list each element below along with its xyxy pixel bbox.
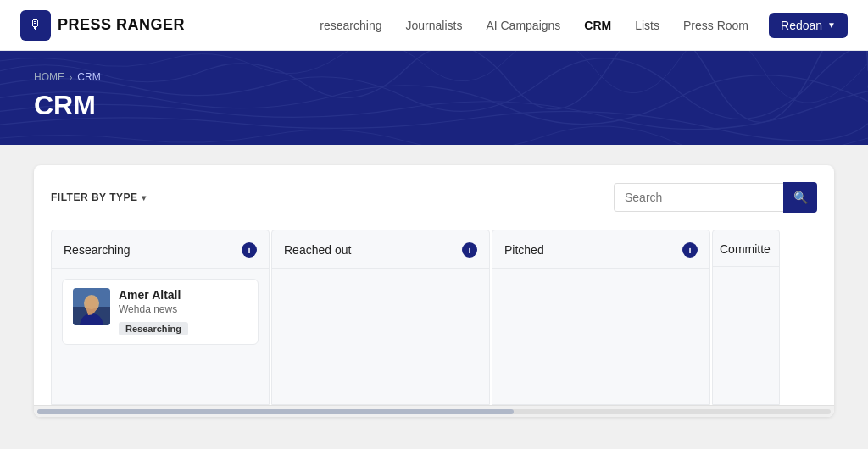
logo: 🎙 PRESS RANGER — [20, 10, 185, 41]
chevron-down-icon: ▼ — [827, 20, 836, 30]
breadcrumb-separator: › — [70, 73, 72, 82]
main-content: FILTER BY TYPE ▾ 🔍 Researching i — [0, 145, 868, 437]
svg-point-4 — [86, 297, 97, 308]
col-body-committed — [713, 267, 779, 402]
user-menu-button[interactable]: Redoan ▼ — [769, 13, 848, 38]
breadcrumb-current: CRM — [77, 71, 100, 83]
kanban-scroll[interactable]: Researching i — [34, 230, 834, 405]
col-info-reached-out[interactable]: i — [462, 242, 477, 258]
card-name: Amer Altall — [119, 288, 248, 302]
col-info-researching[interactable]: i — [242, 242, 257, 258]
card-org: Wehda news — [119, 303, 248, 315]
scrollbar-thumb[interactable] — [37, 409, 514, 414]
kanban-col-researching: Researching i — [51, 230, 270, 405]
kanban-col-reached-out: Reached out i — [271, 230, 490, 405]
horizontal-scrollbar[interactable] — [34, 405, 834, 417]
nav-ai-campaigns[interactable]: AI Campaigns — [486, 19, 560, 32]
card-badge: Researching — [119, 322, 188, 335]
col-header-reached-out: Reached out i — [272, 230, 489, 269]
card-info: Amer Altall Wehda news Researching — [119, 288, 248, 335]
hero-banner: HOME › CRM CRM — [0, 51, 868, 145]
nav-lists[interactable]: Lists — [635, 19, 659, 32]
user-name: Redoan — [781, 19, 822, 32]
col-info-pitched[interactable]: i — [682, 242, 698, 258]
search-box: 🔍 — [614, 182, 817, 213]
col-title-researching: Researching — [64, 243, 131, 257]
card-avatar — [73, 288, 110, 325]
scrollbar-track — [37, 409, 831, 414]
navbar: 🎙 PRESS RANGER researching Journalists A… — [0, 0, 868, 51]
search-button[interactable]: 🔍 — [783, 182, 817, 213]
filter-caret-icon: ▾ — [142, 193, 147, 202]
search-input[interactable] — [614, 183, 783, 212]
nav-publishers[interactable]: researching — [320, 19, 381, 32]
col-title-committed: Committe — [720, 242, 771, 256]
col-header-committed: Committe — [713, 230, 779, 267]
logo-icon: 🎙 — [20, 10, 51, 41]
col-header-pitched: Pitched i — [492, 230, 709, 269]
board-container: FILTER BY TYPE ▾ 🔍 Researching i — [34, 165, 834, 417]
filter-by-type-button[interactable]: FILTER BY TYPE ▾ — [51, 191, 146, 203]
search-icon: 🔍 — [793, 191, 808, 204]
logo-text: PRESS RANGER — [58, 16, 185, 34]
col-body-reached-out — [272, 269, 489, 404]
page-title: CRM — [34, 90, 834, 121]
kanban-card-amer-altall[interactable]: Amer Altall Wehda news Researching — [62, 279, 259, 345]
kanban-col-pitched: Pitched i — [492, 230, 710, 405]
board-toolbar: FILTER BY TYPE ▾ 🔍 — [51, 182, 817, 213]
main-nav: researching Journalists AI Campaigns CRM… — [320, 19, 748, 32]
filter-label: FILTER BY TYPE — [51, 191, 138, 203]
col-header-researching: Researching i — [52, 230, 269, 269]
col-body-pitched — [492, 269, 709, 404]
col-title-reached-out: Reached out — [284, 243, 351, 257]
col-title-pitched: Pitched — [504, 243, 544, 257]
nav-journalists[interactable]: Journalists — [405, 19, 462, 32]
nav-crm[interactable]: CRM — [584, 19, 611, 32]
col-body-researching: Amer Altall Wehda news Researching — [52, 269, 269, 404]
breadcrumb-home[interactable]: HOME — [34, 71, 64, 83]
nav-press-room[interactable]: Press Room — [683, 19, 748, 32]
kanban-board: Researching i — [51, 230, 817, 405]
kanban-col-committed: Committe — [712, 230, 780, 405]
breadcrumb: HOME › CRM — [34, 71, 834, 83]
